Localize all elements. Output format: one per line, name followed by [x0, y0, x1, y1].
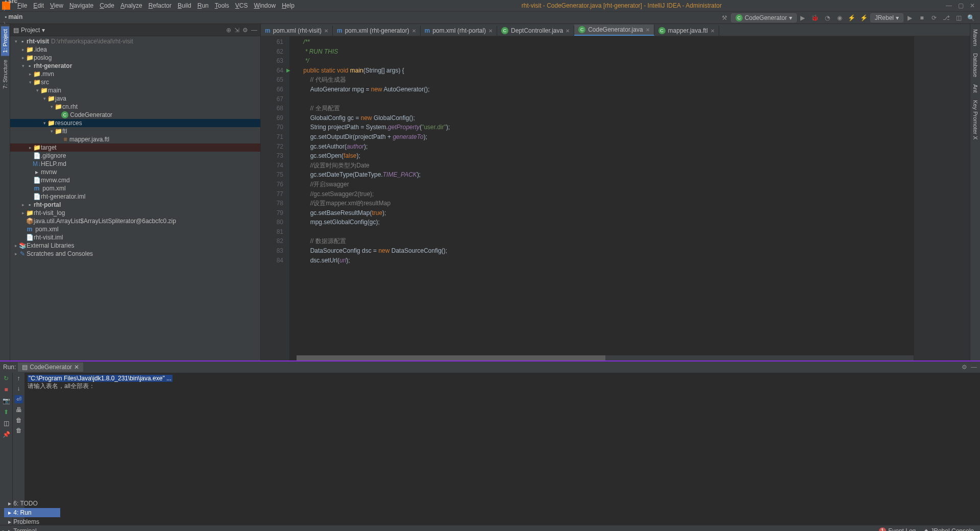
console-output[interactable]: "C:\Program Files\Java\jdk1.8.0_231\bin\… — [24, 373, 980, 525]
tree-item[interactable]: ▸📁poslog — [10, 54, 260, 62]
attach2-icon[interactable]: ⚡ — [860, 13, 869, 22]
close-icon[interactable]: ✕ — [324, 28, 328, 34]
menu-navigate[interactable]: Navigate — [66, 2, 96, 9]
code-content[interactable]: /** * RUN THIS */ public static void mai… — [289, 36, 914, 360]
target-icon[interactable]: ⊕ — [226, 27, 231, 34]
menu-code[interactable]: Code — [96, 2, 117, 9]
close-icon[interactable]: ✕ — [74, 364, 79, 371]
tree-item-selected[interactable]: ▾📁resources — [10, 119, 260, 127]
bottom-tab[interactable]: ▸6: TODO — [4, 499, 60, 508]
jrebel-run-icon[interactable]: ▶ — [905, 13, 914, 22]
minimize-icon[interactable]: — — [946, 2, 952, 9]
debug-icon[interactable]: 🐞 — [811, 13, 820, 22]
menu-refactor[interactable]: Refactor — [145, 2, 175, 9]
menu-tools[interactable]: Tools — [212, 2, 232, 9]
update-icon[interactable]: ⟳ — [929, 13, 939, 22]
menu-run[interactable]: Run — [194, 2, 212, 9]
pin-icon[interactable]: 📌 — [3, 431, 10, 438]
attach-icon[interactable]: ⚡ — [847, 13, 856, 22]
project-tab[interactable]: 1: Project — [1, 26, 9, 56]
wrap-icon[interactable]: ⏎ — [15, 395, 23, 403]
run-config-selector[interactable]: C CodeGenerator ▾ — [731, 13, 797, 22]
tree-item[interactable]: ▸📁.idea — [10, 45, 260, 54]
close-icon[interactable]: ✕ — [488, 28, 493, 34]
menu-help[interactable]: Help — [279, 2, 298, 9]
editor-body[interactable]: 61 62 63 64 65 66 67 68 69 70 71 72 73 7… — [261, 36, 970, 360]
tree-item[interactable]: 📄.gitignore — [10, 152, 260, 160]
editor-tab[interactable]: mpom.xml (rht-generator)✕ — [333, 26, 421, 36]
tree-item[interactable]: 📄rht-generator.iml — [10, 192, 260, 201]
bottom-tab[interactable]: ▸4: Run — [4, 508, 60, 517]
event-log-tab[interactable]: 1Event Log — [875, 526, 920, 532]
keypromoter-tab[interactable]: Key Promoter X — [971, 97, 979, 143]
tree-item[interactable]: 📄mvnw.cmd — [10, 176, 260, 184]
maximize-icon[interactable]: ▢ — [958, 2, 964, 9]
clear-icon[interactable]: 🗑 — [16, 417, 22, 424]
jrebel-icon[interactable]: ⬆ — [4, 408, 9, 416]
close-icon[interactable]: ✕ — [412, 28, 416, 34]
jrebel-console-tab[interactable]: ◆JRebel Console — [920, 526, 978, 532]
menu-analyze[interactable]: Analyze — [117, 2, 145, 9]
close-icon[interactable]: ✕ — [710, 28, 715, 34]
menu-window[interactable]: Window — [251, 2, 279, 9]
jrebel-selector[interactable]: JRebel ▾ — [870, 13, 903, 22]
editor-tab[interactable]: CDeptController.java✕ — [497, 26, 574, 36]
project-tree[interactable]: ▾▪rht-visitD:\rht\workspace\ideal\rht-vi… — [10, 36, 260, 360]
editor-tab[interactable]: Cmapper.java.ftl✕ — [654, 26, 719, 36]
database-tab[interactable]: Database — [971, 50, 979, 80]
breadcrumb-item[interactable]: ▪ src — [3, 0, 59, 5]
gear-icon[interactable]: ⚙ — [242, 27, 248, 34]
hide-icon[interactable]: — — [251, 27, 257, 34]
close-icon[interactable]: ✕ — [566, 28, 570, 34]
tree-item[interactable]: 📦java.util.ArrayList$ArrayListSpliterato… — [10, 217, 260, 225]
editor-tab[interactable]: CCodeGenerator.java✕ — [574, 25, 654, 36]
layout-icon[interactable]: ◫ — [954, 13, 963, 22]
down-icon[interactable]: ↓ — [17, 385, 20, 392]
tree-item[interactable]: ▸✎Scratches and Consoles — [10, 250, 260, 258]
ant-tab[interactable]: Ant — [971, 81, 979, 96]
search-icon[interactable]: 🔍 — [966, 13, 975, 22]
tree-item[interactable]: ▾📁main — [10, 86, 260, 94]
run-gutter-icon[interactable]: ▶ — [286, 66, 290, 76]
close-icon[interactable]: ✕ — [646, 27, 650, 33]
git-icon[interactable]: ⎇ — [942, 13, 951, 22]
tree-item[interactable]: ▸▪rht-portal — [10, 201, 260, 209]
tree-item[interactable]: ▸mvnw — [10, 168, 260, 176]
tree-item[interactable]: ▸📁rht-visit_log — [10, 209, 260, 217]
structure-tab[interactable]: 7: Structure — [1, 57, 9, 92]
tree-item[interactable]: 📄rht-visit.iml — [10, 233, 260, 242]
up-icon[interactable]: ↑ — [17, 375, 20, 382]
tree-item[interactable]: ▸📁.mvn — [10, 70, 260, 78]
bottom-tab[interactable]: ▸Terminal — [4, 526, 60, 532]
run-tab[interactable]: ▤CodeGenerator✕ — [18, 363, 83, 372]
editor-tab[interactable]: mpom.xml (rht-visit)✕ — [261, 26, 333, 36]
tree-item[interactable]: ▾📁ftl — [10, 127, 260, 135]
hide-icon[interactable]: — — [971, 364, 977, 371]
tree-item[interactable]: ▾📁java — [10, 94, 260, 103]
tree-item[interactable]: m pom.xml — [10, 184, 260, 192]
print-icon[interactable]: 🖶 — [16, 406, 22, 414]
trash-icon[interactable]: 🗑 — [16, 427, 22, 434]
tree-item[interactable]: C CodeGenerator — [10, 111, 260, 119]
coverage-icon[interactable]: ◔ — [823, 13, 832, 22]
maven-tab[interactable]: Maven — [971, 26, 979, 49]
menu-vcs[interactable]: VCS — [232, 2, 251, 9]
menu-build[interactable]: Build — [175, 2, 194, 9]
tree-item[interactable]: ▾📁src — [10, 78, 260, 86]
tree-root[interactable]: ▾▪rht-visitD:\rht\workspace\ideal\rht-vi… — [10, 37, 260, 45]
close-icon[interactable]: ✕ — [970, 2, 975, 9]
collapse-icon[interactable]: ⇲ — [234, 27, 239, 34]
hammer-icon[interactable]: ⚒ — [720, 13, 729, 22]
minimap[interactable] — [914, 36, 970, 360]
editor-tab[interactable]: mpom.xml (rht-portal)✕ — [421, 26, 497, 36]
tree-item[interactable]: M↓HELP.md — [10, 160, 260, 168]
profile-icon[interactable]: ◉ — [835, 13, 844, 22]
breadcrumb-item[interactable]: ▪ main — [3, 13, 59, 20]
horizontal-scrollbar[interactable] — [297, 355, 914, 360]
bottom-tab[interactable]: ▸Problems — [4, 517, 60, 526]
tree-item[interactable]: ▸📚External Libraries — [10, 242, 260, 250]
camera-icon[interactable]: 📷 — [3, 397, 10, 404]
tree-item[interactable]: m pom.xml — [10, 225, 260, 233]
stop-icon[interactable]: ■ — [917, 13, 926, 22]
tree-item[interactable]: ≡mapper.java.ftl — [10, 135, 260, 143]
